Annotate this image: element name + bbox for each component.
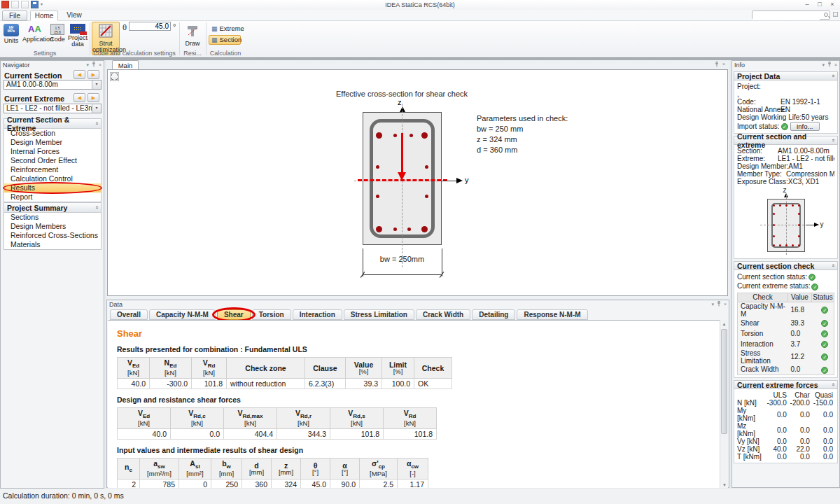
table-row: N [kN]-300.0-200.0-150.0	[737, 399, 834, 407]
sidebar-item-reinforced-cross-sections[interactable]: Reinforced Cross-Sections	[4, 231, 101, 240]
sidebar-item-calculation-control[interactable]: Calculation Control	[4, 174, 101, 183]
tab-shear[interactable]: Shear	[217, 309, 251, 320]
tab-file[interactable]: File	[2, 10, 27, 21]
tab-main[interactable]: Main	[112, 60, 139, 70]
scrollbar-thumb[interactable]	[721, 329, 727, 434]
vertical-scrollbar[interactable]: ▲ ▼	[720, 320, 728, 488]
z-axis-label: z	[398, 98, 402, 106]
panel-close-icon[interactable]: ×	[724, 301, 727, 309]
column-header: Value[%]	[346, 358, 382, 379]
pin-icon[interactable]	[92, 62, 96, 69]
status-bar: Calculation duration: 0 min, 0 s, 0 ms	[0, 489, 840, 504]
theta-unit: °	[173, 22, 176, 31]
fit-view-button[interactable]	[110, 72, 119, 81]
sidebar-item-report[interactable]: Report	[4, 192, 101, 202]
tab-crack-width[interactable]: Crack Width	[416, 309, 470, 320]
minimize-button[interactable]: –	[801, 1, 813, 8]
panel-dropdown-icon[interactable]: ▾	[86, 62, 89, 69]
maximize-button[interactable]: □	[813, 1, 826, 8]
table-row: Torsion0.0✓	[738, 328, 834, 339]
section-button[interactable]: ▦Section	[209, 35, 241, 45]
column-header: Limit[%]	[382, 358, 414, 379]
search-icon[interactable]	[824, 13, 828, 17]
tab-home[interactable]: Home	[30, 10, 58, 21]
tab-capacity-nmm[interactable]: Capacity N-M-M	[149, 309, 216, 320]
project-summary-group-header[interactable]: Project Summary «	[4, 203, 101, 213]
cell: 0.0	[171, 429, 224, 440]
sidebar-item-internal-forces[interactable]: Internal Forces	[4, 147, 101, 156]
next-section-button[interactable]: ▶	[88, 70, 99, 79]
drawing-title: Effective cross-section for shear check	[297, 90, 507, 98]
tab-overall[interactable]: Overall	[110, 309, 148, 320]
panel-dropdown-icon[interactable]: ▾	[822, 62, 825, 69]
tab-view[interactable]: View	[62, 10, 87, 21]
close-button[interactable]: ×	[826, 1, 839, 8]
tab-detailing[interactable]: Detailing	[472, 309, 515, 320]
pin-icon[interactable]	[717, 301, 721, 309]
y-axis-arrow	[456, 178, 463, 183]
next-extreme-button[interactable]: ▶	[88, 93, 99, 102]
group-label-code-calc: Code and calculation settings	[90, 50, 179, 57]
current-section-header[interactable]: Current section and extreme «	[734, 136, 838, 145]
sidebar-item-materials[interactable]: Materials	[4, 240, 101, 249]
tab-interaction[interactable]: Interaction	[293, 309, 342, 320]
tab-torsion[interactable]: Torsion	[252, 309, 291, 320]
current-section-select[interactable]: AM1 0.00-8.00m ▾	[4, 80, 102, 90]
column-header: Check	[414, 358, 452, 379]
chevron-down-icon[interactable]: ▾	[92, 104, 101, 113]
cell: 6.2.3(3)	[305, 379, 346, 389]
cell: 2	[118, 479, 140, 488]
check-summary-table: Check Value Status Capacity N-M-M16.8✓ S…	[737, 293, 834, 376]
column-header: σ'cp[MPa]	[360, 458, 398, 479]
cell: 324	[272, 479, 301, 488]
pin-icon[interactable]	[715, 62, 719, 68]
tab-response-nmm[interactable]: Response N-M-M	[517, 309, 587, 320]
extreme-forces-table: ULS Char Quasi N [kN]-300.0-200.0-150.0 …	[737, 391, 834, 461]
extreme-button[interactable]: ▦Extreme	[209, 24, 241, 34]
current-extreme-label: Current Extreme	[4, 94, 64, 103]
sidebar-item-results[interactable]: Results	[4, 183, 101, 192]
panel-close-icon[interactable]: ×	[99, 62, 102, 69]
search-input[interactable]	[752, 13, 820, 20]
forces-table-title: Design and resistance shear forces	[117, 396, 721, 404]
tab-stress-limitation[interactable]: Stress Limitation	[344, 309, 414, 320]
data-panel-title: Data	[109, 301, 122, 308]
column-header: Char	[788, 391, 811, 399]
current-extreme-select[interactable]: LE1 - LE2 - not filled - LE3not filled ▾	[4, 104, 102, 113]
extreme-value: LE1 - LE2 - not filled - LE3not fil	[778, 155, 834, 162]
y-axis-line	[442, 181, 457, 181]
section-check-header[interactable]: Current section check «	[734, 261, 838, 270]
extreme-forces-header[interactable]: Current extreme forces «	[734, 380, 838, 389]
cell: 100.0	[382, 379, 414, 389]
project-data-header[interactable]: Project Data «	[734, 71, 838, 80]
panel-close-icon[interactable]: ×	[834, 62, 837, 69]
chevron-down-icon[interactable]: ▾	[92, 80, 101, 89]
cell: 404.4	[224, 429, 277, 440]
panel-dropdown-icon[interactable]: ▾	[711, 301, 714, 309]
cell: 344.3	[277, 429, 330, 440]
table-row: Shear39.3✓	[738, 318, 834, 328]
sidebar-item-cross-section[interactable]: Cross-section	[4, 129, 101, 138]
drawing-canvas[interactable]: Effective cross-section for shear check …	[107, 69, 728, 296]
sidebar-item-second-order-effect[interactable]: Second Order Effect	[4, 156, 101, 165]
info-button[interactable]: Info...	[790, 122, 820, 131]
sidebar-item-reinforcement[interactable]: Reinforcement	[4, 165, 101, 174]
cell: 101.8	[192, 379, 227, 389]
extreme-icon: ▦	[211, 25, 218, 32]
panel-close-icon[interactable]: ×	[722, 62, 725, 68]
cell: 39.3	[346, 379, 382, 389]
ribbon-style-icon[interactable]	[833, 12, 838, 17]
calculation-duration: Calculation duration: 0 min, 0 s, 0 ms	[3, 491, 124, 500]
design-member-value: AM1	[788, 162, 803, 170]
scroll-down-icon[interactable]: ▼	[722, 483, 727, 487]
sidebar-item-design-members[interactable]: Design Members	[4, 222, 101, 231]
prev-section-button[interactable]: ◀	[74, 70, 85, 79]
section-extreme-group-header[interactable]: Current Section & Extreme «	[4, 119, 101, 129]
theta-input[interactable]	[129, 22, 171, 31]
prev-extreme-button[interactable]: ◀	[74, 93, 85, 102]
navigator-title: Navigator	[3, 62, 30, 69]
sidebar-item-design-member[interactable]: Design Member	[4, 138, 101, 147]
sidebar-item-sections[interactable]: Sections	[4, 213, 101, 222]
scroll-up-icon[interactable]: ▲	[722, 322, 727, 326]
pin-icon[interactable]	[827, 62, 832, 69]
